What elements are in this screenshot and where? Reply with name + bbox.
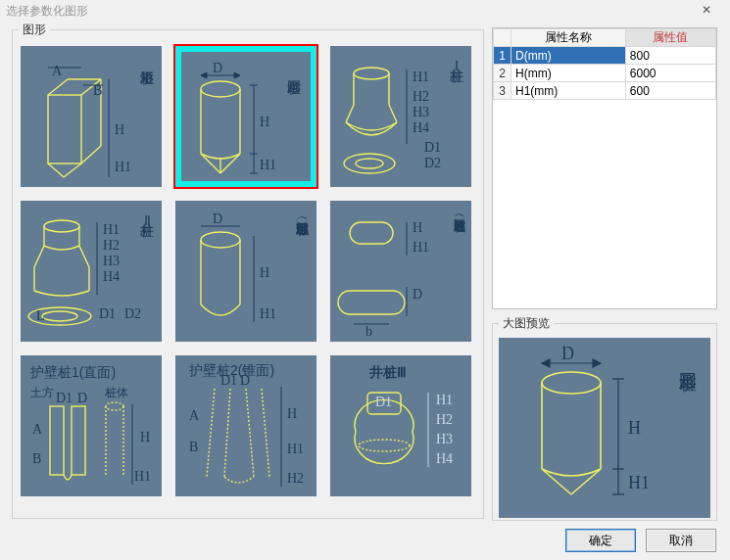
svg-point-29	[354, 68, 389, 79]
svg-point-60	[201, 232, 240, 248]
svg-text:H1: H1	[628, 473, 650, 492]
shape-tile-long-cyl-cap[interactable]: 长圆柱桩（球冠底） H H1	[330, 201, 471, 342]
svg-point-104	[542, 372, 601, 394]
svg-text:b: b	[365, 324, 372, 339]
svg-text:H1: H1	[103, 222, 120, 237]
svg-text:H3: H3	[103, 254, 120, 268]
svg-text:D: D	[77, 391, 87, 405]
shape-tile-rect-pile[interactable]: 矩形桩 A	[21, 46, 162, 187]
table-row[interactable]: 2 H(mm) 6000	[494, 65, 716, 82]
svg-line-1	[48, 79, 68, 95]
svg-line-33	[389, 105, 397, 122]
svg-text:H2: H2	[413, 89, 429, 104]
table-row[interactable]: 3 H1(mm) 600	[494, 82, 716, 100]
svg-text:H4: H4	[103, 269, 120, 284]
svg-line-47	[79, 246, 89, 267]
svg-text:B: B	[189, 440, 198, 454]
svg-text:H1: H1	[260, 158, 276, 172]
prop-value[interactable]: 6000	[625, 65, 715, 82]
svg-line-32	[346, 105, 354, 122]
svg-text:H2: H2	[436, 412, 453, 427]
svg-text:H: H	[260, 115, 269, 129]
row-header-blank	[494, 29, 511, 47]
svg-line-20	[220, 154, 240, 173]
shape-tile-cyl-pile[interactable]: 圆形桩	[175, 46, 316, 187]
prop-value[interactable]: 800	[625, 47, 715, 65]
prop-name: H1(mm)	[511, 82, 626, 100]
svg-text:B: B	[32, 451, 41, 466]
titlebar: 选择参数化图形 ✕	[0, 0, 730, 22]
ok-button[interactable]: 确定	[565, 529, 636, 552]
svg-line-46	[34, 246, 44, 267]
shape-tile-well-2[interactable]: 井桩Ⅱ	[21, 201, 162, 342]
preview-group-legend: 大图预览	[499, 315, 554, 332]
prop-name: H(mm)	[511, 65, 626, 82]
svg-text:H: H	[628, 418, 641, 438]
svg-rect-0	[48, 95, 81, 163]
svg-point-97	[359, 440, 410, 451]
shape-tile-wall-2[interactable]: 护壁桩2(锥面) D1 D A	[175, 355, 316, 496]
shape-sub2: 桩体	[105, 387, 128, 399]
svg-rect-68	[350, 222, 393, 244]
shapes-group: 图形 矩形桩	[12, 22, 484, 519]
shape-sub1: 土方	[30, 387, 54, 399]
svg-text:A: A	[52, 64, 63, 78]
shape-tile-wall-1[interactable]: 护壁桩1(直面) 土方 桩体 D1	[21, 355, 162, 496]
svg-text:D1: D1	[424, 140, 441, 155]
cancel-button[interactable]: 取消	[646, 529, 716, 552]
preview-pane: 圆形桩	[499, 338, 710, 518]
shape-tile-cyl-cap[interactable]: 圆形桩（球冠底） D	[175, 201, 316, 342]
svg-text:H3: H3	[436, 432, 453, 446]
svg-point-34	[344, 154, 395, 173]
svg-text:A: A	[32, 422, 43, 437]
svg-point-35	[356, 159, 383, 168]
svg-text:H: H	[413, 220, 422, 235]
shape-tile-well-3[interactable]: 井桩Ⅲ D1 H1 H2 H3 H4	[330, 355, 471, 496]
svg-text:H1: H1	[115, 160, 131, 174]
svg-point-43	[44, 220, 79, 232]
svg-rect-77	[72, 406, 85, 475]
table-row[interactable]: 1 D(mm) 800	[494, 47, 716, 65]
svg-line-19	[201, 154, 220, 173]
shape-tile-well-1[interactable]: 井桩Ⅰ	[330, 46, 471, 187]
svg-text:D2: D2	[124, 306, 141, 321]
svg-line-6	[48, 163, 64, 177]
svg-text:H3: H3	[413, 105, 429, 119]
shapes-group-legend: 图形	[19, 22, 50, 38]
shapes-scroll-area[interactable]: 矩形桩 A	[19, 44, 477, 512]
svg-text:D: D	[213, 61, 222, 75]
svg-text:H1: H1	[134, 469, 151, 484]
shape-title: 井桩Ⅲ	[369, 365, 407, 380]
svg-text:D1: D1	[99, 306, 116, 321]
col-header-value[interactable]: 属性值	[625, 29, 715, 47]
svg-line-7	[64, 163, 81, 177]
shape-title: 护壁桩1(直面)	[30, 365, 116, 380]
svg-text:H1: H1	[436, 393, 453, 407]
svg-text:H4: H4	[413, 120, 429, 135]
window-title: 选择参数化图形	[6, 4, 88, 18]
svg-text:L: L	[36, 308, 45, 323]
svg-point-78	[106, 402, 123, 410]
close-icon[interactable]: ✕	[691, 2, 722, 20]
svg-rect-76	[50, 406, 64, 475]
svg-text:H2: H2	[287, 471, 304, 486]
svg-text:H: H	[287, 406, 297, 421]
svg-text:H1: H1	[287, 442, 304, 456]
svg-text:A: A	[189, 408, 200, 423]
svg-text:H: H	[115, 122, 124, 137]
col-header-name[interactable]: 属性名称	[511, 29, 626, 47]
svg-text:H: H	[260, 265, 269, 280]
shape-title: 护壁桩2(锥面)	[189, 363, 274, 378]
svg-text:H1: H1	[413, 70, 429, 84]
svg-line-108	[571, 469, 601, 494]
svg-text:D: D	[213, 211, 222, 226]
svg-text:D1: D1	[56, 391, 73, 405]
svg-text:D: D	[561, 344, 574, 363]
shape-title: 井桩Ⅰ	[449, 58, 463, 73]
prop-value[interactable]: 600	[625, 82, 715, 100]
property-table[interactable]: 属性名称 属性值 1 D(mm) 800 2 H(mm) 6000	[492, 27, 717, 309]
svg-text:H: H	[140, 430, 150, 444]
preview-group: 大图预览 圆形桩	[492, 315, 717, 521]
svg-point-15	[201, 81, 240, 97]
svg-text:D1: D1	[375, 395, 392, 409]
